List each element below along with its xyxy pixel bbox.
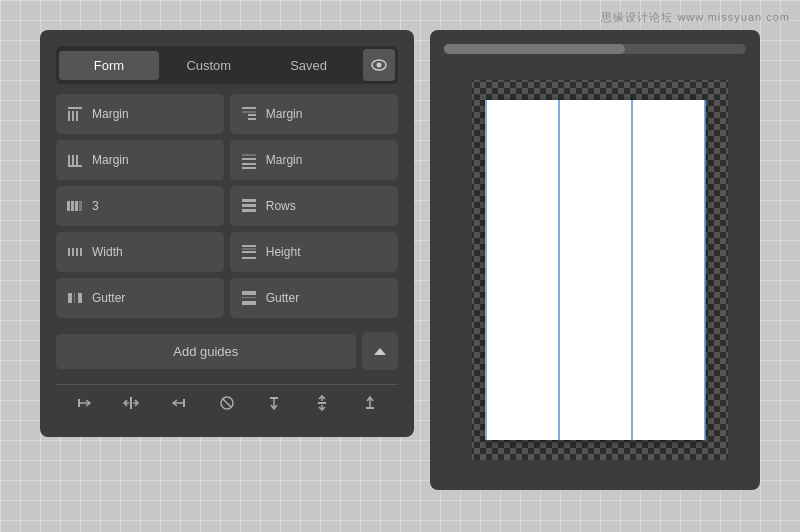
tab-saved[interactable]: Saved — [259, 51, 359, 80]
svg-rect-10 — [68, 155, 70, 165]
svg-rect-30 — [242, 251, 256, 253]
bottom-edge-icon[interactable] — [354, 391, 386, 419]
canvas-top-bar — [444, 64, 746, 80]
eye-icon — [371, 59, 387, 71]
svg-rect-25 — [68, 248, 70, 256]
field-margin-bot-left[interactable]: Margin — [56, 140, 224, 180]
svg-rect-14 — [242, 158, 256, 160]
arrow-up-icon — [373, 346, 387, 356]
svg-rect-11 — [72, 155, 74, 165]
svg-rect-6 — [242, 107, 256, 109]
margin-bot-left-label: Margin — [92, 153, 129, 167]
eye-button[interactable] — [363, 49, 395, 81]
gutter-v-label: Gutter — [266, 291, 299, 305]
svg-rect-26 — [80, 248, 82, 256]
right-edge-icon[interactable] — [163, 391, 195, 419]
watermark-text: 思缘设计论坛 www.missyuan.com — [601, 10, 790, 25]
left-panel: Form Custom Saved — [40, 30, 414, 437]
svg-rect-33 — [68, 293, 72, 303]
svg-rect-29 — [242, 245, 256, 247]
svg-rect-37 — [242, 301, 256, 305]
columns-icon — [66, 197, 84, 215]
field-gutter-v[interactable]: Gutter — [230, 278, 398, 318]
rows-label: Rows — [266, 199, 296, 213]
svg-rect-41 — [183, 399, 185, 407]
top-edge-icon[interactable] — [258, 391, 290, 419]
svg-rect-3 — [68, 111, 70, 121]
margin-top-right-label: Margin — [266, 107, 303, 121]
svg-rect-4 — [72, 111, 74, 121]
guide-line-0 — [485, 100, 487, 440]
svg-rect-7 — [242, 111, 256, 113]
svg-rect-35 — [74, 293, 75, 303]
margin-top-left-icon — [66, 105, 84, 123]
svg-rect-24 — [242, 209, 256, 212]
svg-rect-15 — [242, 163, 256, 165]
svg-rect-9 — [248, 118, 256, 120]
icon-toolbar — [56, 384, 398, 421]
svg-rect-19 — [71, 201, 74, 211]
svg-rect-20 — [75, 201, 78, 211]
svg-rect-23 — [242, 204, 256, 207]
gutter-h-icon — [66, 289, 84, 307]
svg-rect-44 — [270, 397, 278, 399]
svg-rect-22 — [242, 199, 256, 202]
margin-bot-right-label: Margin — [266, 153, 303, 167]
field-margin-bot-right[interactable]: Margin — [230, 140, 398, 180]
svg-rect-45 — [318, 402, 326, 404]
add-guides-button[interactable]: Add guides — [56, 334, 356, 369]
field-gutter-h[interactable]: Gutter — [56, 278, 224, 318]
svg-rect-34 — [78, 293, 82, 303]
svg-rect-5 — [76, 111, 78, 121]
scrollbar-thumb — [444, 44, 625, 54]
svg-rect-38 — [242, 297, 256, 298]
field-rows[interactable]: Rows — [230, 186, 398, 226]
center-v-icon[interactable] — [306, 391, 338, 419]
field-height[interactable]: Height — [230, 232, 398, 272]
height-label: Height — [266, 245, 301, 259]
gutter-h-label: Gutter — [92, 291, 125, 305]
width-label: Width — [92, 245, 123, 259]
center-h-icon[interactable] — [115, 391, 147, 419]
page-preview — [485, 100, 705, 440]
svg-rect-27 — [72, 248, 74, 256]
guide-line-3 — [704, 100, 706, 440]
margin-top-right-icon — [240, 105, 258, 123]
main-container: Form Custom Saved — [0, 0, 800, 520]
field-margin-top-right[interactable]: Margin — [230, 94, 398, 134]
field-width[interactable]: Width — [56, 232, 224, 272]
height-icon — [240, 243, 258, 261]
margin-top-left-label: Margin — [92, 107, 129, 121]
svg-rect-8 — [248, 114, 256, 116]
margin-bot-left-icon — [66, 151, 84, 169]
add-guides-row: Add guides — [56, 332, 398, 370]
tab-form[interactable]: Form — [59, 51, 159, 80]
canvas-scrollbar[interactable] — [444, 44, 746, 54]
svg-rect-16 — [242, 167, 256, 169]
bottom-section: Add guides — [56, 332, 398, 370]
svg-rect-46 — [366, 407, 374, 409]
svg-rect-32 — [242, 248, 256, 250]
svg-rect-28 — [76, 248, 78, 256]
fields-grid: Margin Margin — [56, 94, 398, 318]
field-margin-top-left[interactable]: Margin — [56, 94, 224, 134]
svg-rect-36 — [242, 291, 256, 295]
right-panel — [430, 30, 760, 490]
margin-bot-right-icon — [240, 151, 258, 169]
svg-rect-17 — [242, 154, 256, 156]
svg-rect-39 — [78, 399, 80, 407]
canvas-left-bar — [444, 64, 472, 476]
canvas-area — [444, 64, 746, 476]
canvas-right-bar — [728, 64, 746, 476]
field-columns[interactable]: 3 — [56, 186, 224, 226]
rows-icon — [240, 197, 258, 215]
no-guides-icon[interactable] — [211, 391, 243, 419]
tab-custom[interactable]: Custom — [159, 51, 259, 80]
svg-rect-13 — [68, 165, 82, 167]
arrow-up-button[interactable] — [362, 332, 398, 370]
left-edge-icon[interactable] — [68, 391, 100, 419]
svg-point-1 — [376, 63, 381, 68]
svg-rect-40 — [130, 397, 132, 409]
gutter-v-icon — [240, 289, 258, 307]
svg-rect-31 — [242, 257, 256, 259]
